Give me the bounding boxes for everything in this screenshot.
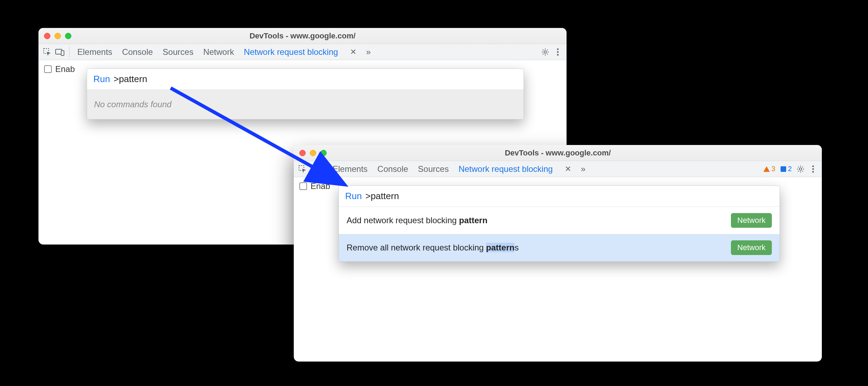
maximize-window-button[interactable] (65, 33, 71, 39)
command-item-remove-patterns[interactable]: Remove all network request blocking patt… (339, 234, 780, 261)
separator (69, 47, 70, 57)
close-window-button[interactable] (299, 150, 306, 156)
close-window-button[interactable] (44, 33, 50, 39)
settings-icon[interactable] (795, 164, 806, 174)
devtools-toolbar: Elements Console Sources Network request… (294, 161, 822, 177)
svg-rect-2 (61, 51, 64, 56)
command-text: >pattern (114, 74, 147, 85)
warnings-count: 3 (771, 165, 775, 173)
window-title: DevTools - www.google.com/ (45, 31, 560, 41)
devtools-toolbar: Elements Console Sources Network Network… (38, 44, 567, 60)
more-menu-icon[interactable] (553, 47, 563, 57)
tab-sources[interactable]: Sources (418, 164, 449, 174)
panel-tabs: Elements Console Sources Network request… (333, 164, 585, 174)
command-run-hint: Run (345, 191, 362, 202)
tab-network-request-blocking[interactable]: Network request blocking (458, 164, 553, 174)
close-tab-button[interactable]: ✕ (565, 165, 571, 174)
svg-point-5 (557, 51, 559, 53)
issues-count: 2 (788, 165, 792, 173)
svg-point-14 (812, 171, 814, 173)
issues-badge[interactable]: 2 (779, 165, 793, 173)
window-controls (299, 150, 327, 156)
command-input[interactable]: Run >pattern (339, 186, 780, 207)
tab-console[interactable]: Console (377, 164, 408, 174)
svg-point-12 (812, 165, 814, 167)
command-run-hint: Run (93, 74, 110, 85)
maximize-window-button[interactable] (320, 150, 327, 156)
titlebar[interactable]: DevTools - www.google.com/ (38, 28, 567, 44)
enable-label: Enab (311, 181, 330, 191)
separator (325, 164, 325, 174)
tab-network[interactable]: Network (203, 47, 234, 57)
titlebar[interactable]: DevTools - www.google.com/ (294, 145, 822, 161)
minimize-window-button[interactable] (310, 150, 316, 156)
tab-elements[interactable]: Elements (333, 164, 368, 174)
command-item-label: Remove all network request blocking patt… (347, 243, 519, 253)
close-tab-button[interactable]: ✕ (350, 48, 356, 57)
tab-sources[interactable]: Sources (163, 47, 193, 57)
window-title: DevTools - www.google.com/ (300, 148, 816, 158)
more-menu-icon[interactable] (808, 164, 818, 174)
svg-point-6 (557, 54, 559, 56)
enable-checkbox[interactable] (44, 65, 52, 73)
tab-network-request-blocking[interactable]: Network request blocking (244, 47, 338, 57)
device-mode-icon[interactable] (310, 164, 320, 174)
settings-icon[interactable] (540, 47, 550, 57)
device-mode-icon[interactable] (55, 47, 65, 57)
command-item-label: Add network request blocking pattern (347, 216, 488, 225)
overflow-tabs-button[interactable]: » (366, 47, 371, 57)
svg-point-4 (557, 48, 559, 50)
inspect-element-icon[interactable] (42, 47, 52, 57)
overflow-tabs-button[interactable]: » (581, 164, 585, 174)
enable-checkbox[interactable] (299, 182, 307, 190)
enable-label: Enab (55, 64, 75, 74)
svg-rect-9 (316, 168, 319, 173)
command-item-add-pattern[interactable]: Add network request blocking pattern Net… (339, 207, 780, 234)
svg-rect-10 (781, 166, 786, 172)
command-text: >pattern (365, 191, 399, 202)
svg-point-11 (799, 168, 802, 170)
command-menu: Run >pattern No commands found (87, 68, 524, 119)
inspect-element-icon[interactable] (297, 164, 308, 174)
devtools-window-after: DevTools - www.google.com/ Elements Cons… (294, 145, 822, 362)
minimize-window-button[interactable] (55, 33, 61, 39)
command-empty-state: No commands found (87, 90, 524, 119)
command-input[interactable]: Run >pattern (87, 69, 524, 90)
tab-elements[interactable]: Elements (77, 47, 112, 57)
warnings-badge[interactable]: 3 (762, 165, 777, 173)
command-category-tag: Network (731, 240, 772, 255)
svg-point-3 (544, 51, 547, 53)
svg-point-13 (812, 168, 814, 170)
tab-console[interactable]: Console (122, 47, 153, 57)
command-category-tag: Network (731, 213, 772, 228)
command-results: Add network request blocking pattern Net… (339, 207, 780, 261)
window-controls (44, 33, 71, 39)
panel-tabs: Elements Console Sources Network Network… (77, 47, 371, 57)
command-menu: Run >pattern Add network request blockin… (339, 185, 780, 262)
